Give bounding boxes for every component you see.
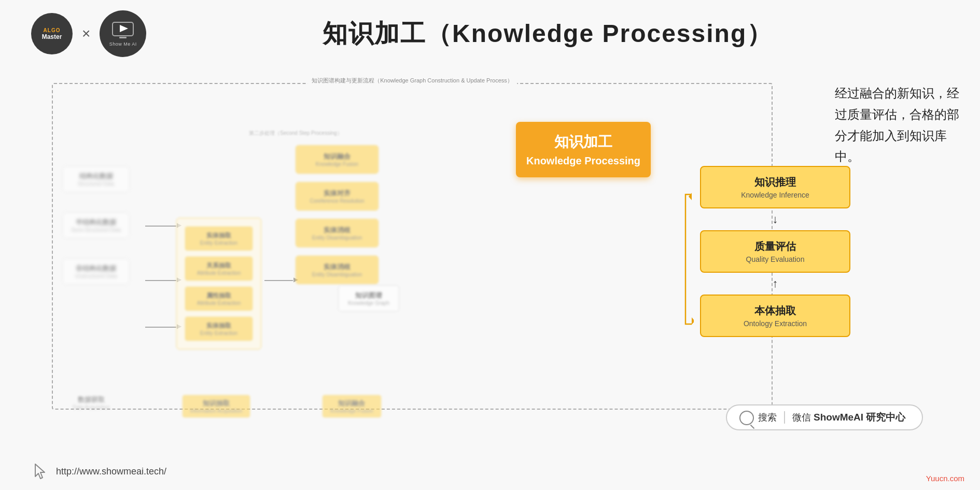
inference-cn: 知识推理 [710, 175, 840, 189]
bottom-2-cn: 知识抽取 [190, 399, 243, 408]
arrow-4 [264, 280, 293, 281]
quality-en: Quality Evaluation [710, 255, 840, 263]
showme-logo-inner: Show Me AI [109, 21, 137, 47]
header: ALGO Master × Show Me AI 知识加工（Knowle [0, 0, 980, 67]
structured-cn: 结构化数据 [71, 172, 121, 181]
semi-cn: 半结构化数据 [71, 218, 121, 227]
unstruct-en: Unstructured Data [71, 273, 121, 279]
monitor-icon [111, 21, 135, 40]
data-sources-area: 结构化数据 Structured Data 半结构化数据 Semi-Struct… [62, 166, 130, 285]
search-text-label: 搜索 [758, 411, 777, 424]
data-source-structured: 结构化数据 Structured Data [62, 166, 130, 192]
kg-box-inner: 知识图谱 Knowledge Graph [338, 285, 399, 312]
showme-ai-text: Show Me AI [109, 41, 137, 47]
kg-subtitle: 第二步处理（Second Step Processing） [249, 130, 342, 137]
data-source-semi: 半结构化数据 Semi-Structured Data [62, 212, 130, 239]
bottom-1-cn: 数据获取 [73, 395, 110, 404]
data-source-unstructured: 非结构化数据 Unstructured Data [62, 258, 130, 285]
watermark-text: Yuucn.com [926, 474, 964, 483]
bottom-boxes-row: 数据获取 Data Acquisition 知识抽取 Information A… [73, 395, 381, 417]
yuucn-watermark: Yuucn.com [926, 474, 964, 483]
quality-evaluation-box: 质量评估 Quality Evaluation [700, 230, 850, 273]
middle-processing: 知识融合 Knowledge Fusion 实体对齐 Coreference R… [296, 145, 379, 284]
arrow-down-1: ↓ [700, 208, 850, 230]
algo-master-logo: ALGO Master [31, 13, 73, 54]
arrow-up-1: ↑ [700, 273, 850, 295]
search-divider [784, 411, 785, 424]
structured-en: Structured Data [71, 181, 121, 187]
ontology-extraction-box: 本体抽取 Ontology Extraction [700, 295, 850, 337]
page-container: ALGO Master × Show Me AI 知识加工（Knowle [0, 0, 980, 490]
master-text: Master [42, 33, 62, 40]
unstruct-cn: 非结构化数据 [71, 264, 121, 273]
search-brand-name: ShowMeAI 研究中心 [814, 412, 905, 423]
bottom-item-2: 知识抽取 Information Acquisition [183, 395, 250, 417]
knowledge-fusion-box: 知识融合 Knowledge Fusion [296, 145, 379, 174]
svg-marker-4 [692, 317, 694, 325]
knowledge-inference-box: 知识推理 Knowledge Inference [700, 166, 850, 208]
entity-align-box: 实体对齐 Coreference Resolution [296, 182, 379, 211]
entity-extract-box: 实体抽取 Entity Extraction [185, 227, 253, 250]
semi-en: Semi-Structured Data [71, 227, 121, 233]
algo-text: ALGO [44, 27, 61, 33]
entity-disambig-box-2: 实体消歧 Entity Disambiguation [296, 256, 379, 284]
footer-url: http://www.showmeai.tech/ [56, 466, 166, 477]
diagram-area: 知识图谱构建与更新流程（Knowledge Graph Construction… [0, 62, 980, 456]
relation-extract-box: 关系抽取 Attribute Extraction [185, 257, 253, 281]
logo-area: ALGO Master × Show Me AI [31, 10, 146, 57]
arrow-2 [145, 280, 176, 281]
bottom-2-en: Information Acquisition [190, 408, 243, 414]
search-bar[interactable]: 搜索 微信 ShowMeAI 研究中心 [726, 404, 923, 430]
showme-logo: Show Me AI [100, 10, 146, 57]
bottom-3-orange: 知识融合 Knowledge Fusion [323, 395, 381, 417]
bottom-3-en: Knowledge Fusion [330, 408, 373, 414]
extraction-area: 实体抽取 Entity Extraction 关系抽取 Attribute Ex… [176, 218, 261, 349]
kp-cn-title: 知识加工 [524, 132, 642, 152]
description-content: 经过融合的新知识，经过质量评估，合格的部分才能加入到知识库中。 [835, 86, 959, 163]
sub-boxes-container: 知识推理 Knowledge Inference ↓ 质量评估 Quality … [700, 166, 850, 337]
kg-box-en: Knowledge Graph [348, 300, 389, 306]
quality-cn: 质量评估 [710, 240, 840, 254]
search-icon-wrapper [739, 411, 753, 424]
footer: http://www.showmeai.tech/ [31, 462, 166, 481]
arrow-1 [145, 226, 176, 227]
knowledge-processing-main-box: 知识加工 Knowledge Processing [516, 111, 651, 177]
entity-extract-box-2: 实体抽取 Entity Extraction [185, 317, 253, 341]
ontology-en: Ontology Extraction [710, 319, 840, 328]
kg-box-cn: 知识图谱 [348, 291, 389, 300]
page-title: 知识加工（Knowledge Processing） [146, 17, 949, 50]
bottom-item-1: 数据获取 Data Acquisition [73, 395, 110, 417]
attr-extract-box: 属性抽取 Attribute Extraction [185, 287, 253, 311]
bottom-3-cn: 知识融合 [330, 399, 373, 408]
bottom-1-en: Data Acquisition [73, 404, 110, 410]
kp-en-title: Knowledge Processing [524, 155, 642, 167]
ontology-cn: 本体抽取 [710, 304, 840, 318]
svg-marker-1 [120, 25, 128, 32]
description-text: 经过融合的新知识，经过质量评估，合格的部分才能加入到知识库中。 [835, 83, 970, 167]
bottom-item-3: 知识融合 Knowledge Fusion [323, 395, 381, 417]
arrow-3 [145, 327, 176, 328]
entity-disambig-box: 实体消歧 Entity Disambiguation [296, 219, 379, 247]
inference-en: Knowledge Inference [710, 191, 840, 199]
bottom-2-orange: 知识抽取 Information Acquisition [183, 395, 250, 417]
kg-right-box: 知识图谱 Knowledge Graph [338, 285, 399, 312]
kp-highlight-box: 知识加工 Knowledge Processing [516, 122, 651, 177]
bracket-svg [681, 192, 694, 327]
search-wechat-label: 微信 [792, 412, 811, 423]
cursor-icon [31, 462, 50, 481]
search-brand-label: 微信 ShowMeAI 研究中心 [792, 411, 905, 424]
svg-rect-2 [119, 37, 127, 38]
search-icon [739, 411, 754, 425]
left-bracket [681, 192, 694, 329]
x-separator: × [82, 25, 90, 42]
